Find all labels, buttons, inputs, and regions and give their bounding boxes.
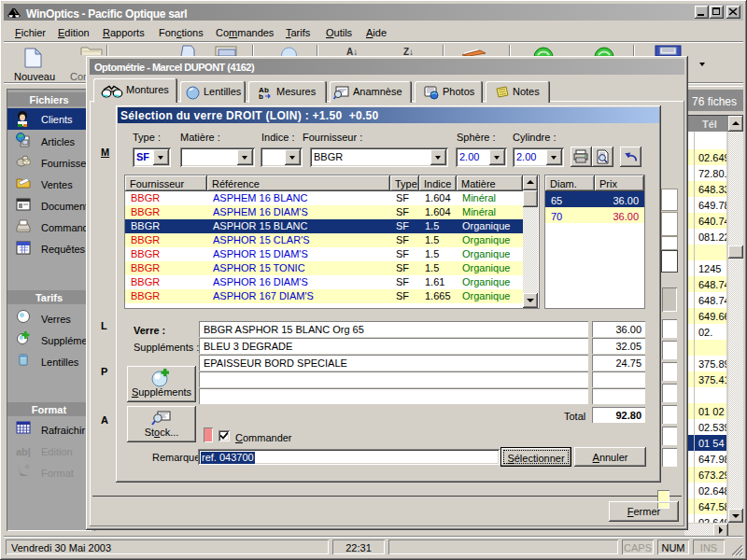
svg-text:b: b (264, 86, 269, 94)
svg-text:b: b (259, 92, 263, 100)
